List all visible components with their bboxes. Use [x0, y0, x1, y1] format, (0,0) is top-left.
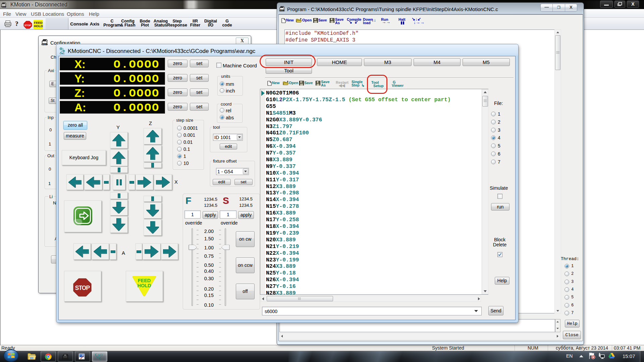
svg-text:DM: DM [280, 9, 284, 12]
svg-text:DM: DM [2, 6, 6, 8]
svg-text:DM: DM [42, 43, 47, 46]
svg-text:HOLD: HOLD [137, 283, 151, 288]
svg-text:N: N [96, 356, 99, 359]
svg-text:CNC: CNC [60, 52, 64, 55]
svg-text:C: C [99, 357, 102, 361]
svg-text:STOP: STOP [24, 24, 31, 27]
svg-text:FEED: FEED [138, 278, 151, 283]
svg-text:STOP: STOP [75, 285, 90, 291]
